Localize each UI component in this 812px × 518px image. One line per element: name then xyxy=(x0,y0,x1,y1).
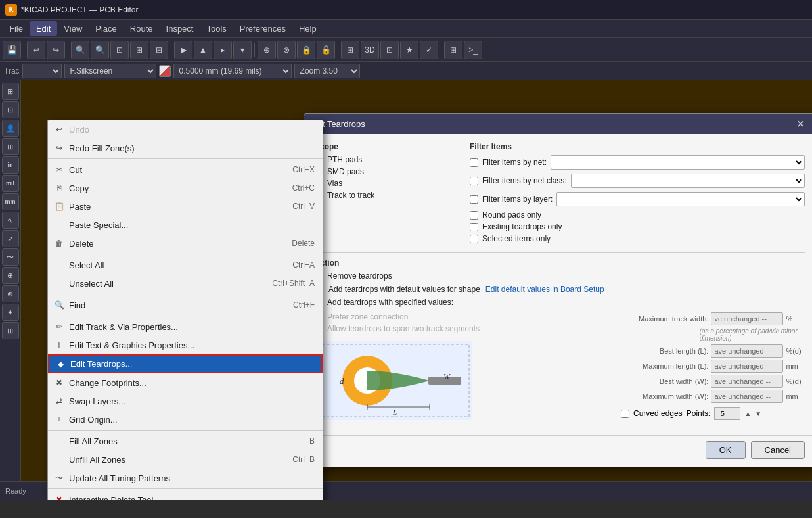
toolbar-b6[interactable]: ⊗ xyxy=(277,41,296,59)
cm-paste-special[interactable]: Paste Special... xyxy=(48,216,323,234)
toolbar-b4[interactable]: ▾ xyxy=(233,41,252,59)
lt-btn-7[interactable]: mm xyxy=(2,193,19,210)
cm-change-footprints[interactable]: ✖ Change Footprints... xyxy=(48,373,323,392)
cm-unselect-all[interactable]: Unselect All Ctrl+Shift+A xyxy=(48,274,323,293)
filter-net-select[interactable] xyxy=(551,155,805,170)
cm-paste[interactable]: 📋 Paste Ctrl+V xyxy=(48,197,323,216)
toolbar-zoom-out[interactable]: 🔍 xyxy=(91,41,109,59)
dialog-close-button[interactable]: ✕ xyxy=(794,118,807,130)
ok-button[interactable]: OK xyxy=(706,441,746,459)
toolbar-3d[interactable]: 3D xyxy=(361,41,379,59)
best-length-input[interactable] xyxy=(711,344,783,358)
lt-btn-13[interactable]: ✦ xyxy=(2,304,19,321)
lt-btn-10[interactable]: 〜 xyxy=(2,248,19,266)
menu-preferences[interactable]: Preferences xyxy=(233,21,292,36)
lt-btn-1[interactable]: ⊞ xyxy=(2,83,19,100)
max-length-input[interactable] xyxy=(711,360,783,373)
lt-btn-2[interactable]: ⊡ xyxy=(2,101,19,118)
round-pads-checkbox[interactable] xyxy=(470,211,478,220)
menu-view[interactable]: View xyxy=(57,21,89,36)
menu-tools[interactable]: Tools xyxy=(200,21,233,36)
lt-btn-12[interactable]: ⊗ xyxy=(2,285,19,302)
toolbar-undo[interactable]: ↩ xyxy=(27,41,45,59)
max-track-width-input[interactable] xyxy=(711,312,783,325)
toolbar-b12[interactable]: ⊞ xyxy=(444,41,462,59)
menu-inspect[interactable]: Inspect xyxy=(160,21,200,36)
toolbar-save[interactable]: 💾 xyxy=(3,41,21,59)
toolbar-b2[interactable]: ▲ xyxy=(194,41,212,59)
menu-route[interactable]: Route xyxy=(124,21,160,36)
filter-net-checkbox[interactable] xyxy=(470,158,478,167)
width-select[interactable]: 0.5000 mm (19.69 mils) xyxy=(173,64,292,78)
cm-unfill-zones[interactable]: Unfill All Zones Ctrl+B xyxy=(48,450,323,469)
points-input[interactable] xyxy=(714,407,740,420)
points-spinner-down[interactable]: ▼ xyxy=(755,410,761,417)
toolbar-b7[interactable]: 🔒 xyxy=(297,41,315,59)
pcb-canvas[interactable]: RV1 Set Teardrops ✕ Scope PTH pads xyxy=(21,80,812,500)
existing-teardrops-checkbox[interactable] xyxy=(470,223,478,231)
cm-fill-zones[interactable]: Fill All Zones B xyxy=(48,432,323,450)
cm-edit-teardrops[interactable]: ◆ Edit Teardrops... xyxy=(48,354,323,373)
filter-net-class-select[interactable] xyxy=(571,174,805,188)
toolbar-b10[interactable]: ★ xyxy=(400,41,418,59)
toolbar-zoom-in[interactable]: 🔍 xyxy=(71,41,89,59)
selected-items-checkbox[interactable] xyxy=(470,235,478,243)
best-width-input[interactable] xyxy=(711,375,783,388)
lt-btn-14[interactable]: ⊞ xyxy=(2,322,19,339)
toolbar-zoom-area[interactable]: ⊞ xyxy=(130,41,148,59)
toolbar-b11[interactable]: ✓ xyxy=(420,41,438,59)
curved-edges-checkbox[interactable] xyxy=(621,410,629,418)
toolbar-redo[interactable]: ↪ xyxy=(47,41,65,59)
filter-layer-select[interactable] xyxy=(556,192,805,206)
max-width-input[interactable] xyxy=(711,390,783,403)
cm-delete[interactable]: 🗑 Delete Delete xyxy=(48,234,323,252)
cm-interactive-delete[interactable]: ✖ Interactive Delete Tool xyxy=(48,490,323,500)
toolbar-zoom-box[interactable]: ⊟ xyxy=(150,41,168,59)
menu-edit[interactable]: Edit xyxy=(30,21,57,36)
cm-redo-fill[interactable]: ↪ Redo Fill Zone(s) xyxy=(48,139,323,157)
cm-cut[interactable]: ✂ Cut Ctrl+X xyxy=(48,160,323,179)
cm-select-all[interactable]: Select All Ctrl+A xyxy=(48,256,323,274)
edit-board-setup-link[interactable]: Edit default values in Board Setup xyxy=(485,285,604,294)
toolbar-zoom-fit[interactable]: ⊡ xyxy=(110,41,129,59)
cm-update-tuning[interactable]: 〜 Update All Tuning Patterns xyxy=(48,469,323,487)
toolbar-b5[interactable]: ⊕ xyxy=(258,41,276,59)
lt-btn-11[interactable]: ⊕ xyxy=(2,267,19,284)
toolbar-sep6 xyxy=(441,43,441,57)
menu-place[interactable]: Place xyxy=(89,21,124,36)
layer-select[interactable]: F.Silkscreen xyxy=(64,64,156,78)
menu-help[interactable]: Help xyxy=(292,21,323,36)
lt-btn-8[interactable]: ∿ xyxy=(2,212,19,229)
cm-edit-text[interactable]: T Edit Text & Graphics Properties... xyxy=(48,336,323,354)
lt-btn-4[interactable]: ⊞ xyxy=(2,138,19,155)
lt-btn-6[interactable]: mil xyxy=(2,175,19,192)
lt-btn-5[interactable]: in xyxy=(2,156,19,174)
toolbar-b8[interactable]: 🔓 xyxy=(317,41,335,59)
cm-sep-3 xyxy=(48,294,323,294)
cancel-button[interactable]: Cancel xyxy=(751,441,805,459)
edit-track-icon: ✏ xyxy=(53,321,65,333)
best-width-label: Best width (W): xyxy=(621,377,708,385)
points-spinner-up[interactable]: ▲ xyxy=(744,410,751,417)
toolbar-scripting[interactable]: >_ xyxy=(464,41,482,59)
edit-teardrops-icon: ◆ xyxy=(55,358,66,370)
filter-net-class-label: Filter items by net class: xyxy=(482,176,567,185)
selected-items-row: Selected items only xyxy=(470,234,805,243)
lt-btn-3[interactable]: 👤 xyxy=(2,120,19,137)
toolbar-b1[interactable]: ▶ xyxy=(174,41,192,59)
track-select[interactable] xyxy=(22,64,62,78)
menu-file[interactable]: File xyxy=(3,21,30,36)
cm-swap-layers[interactable]: ⇄ Swap Layers... xyxy=(48,392,323,410)
cm-edit-track[interactable]: ✏ Edit Track & Via Properties... xyxy=(48,318,323,336)
cm-find[interactable]: 🔍 Find Ctrl+F xyxy=(48,296,323,314)
lt-btn-9[interactable]: ↗ xyxy=(2,230,19,247)
cm-grid-origin[interactable]: + Grid Origin... xyxy=(48,410,323,429)
toolbar-b3[interactable]: ▸ xyxy=(214,41,232,59)
filter-net-class-checkbox[interactable] xyxy=(470,177,478,185)
filter-layer-checkbox[interactable] xyxy=(470,195,478,204)
cm-undo[interactable]: ↩ Undo xyxy=(48,120,323,139)
toolbar-net[interactable]: ⊞ xyxy=(341,41,359,59)
toolbar-b9[interactable]: ⊡ xyxy=(380,41,399,59)
cm-copy[interactable]: ⎘ Copy Ctrl+C xyxy=(48,179,323,197)
zoom-select[interactable]: Zoom 3.50 xyxy=(294,64,360,78)
